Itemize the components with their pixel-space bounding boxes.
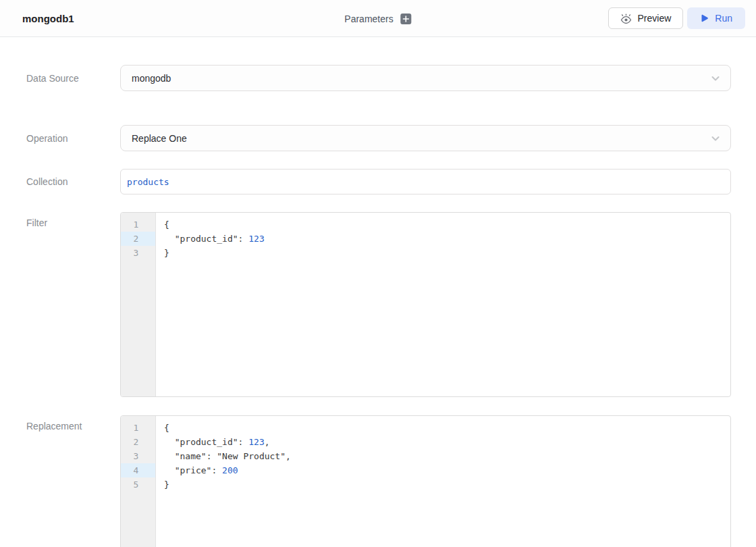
collection-label: Collection [26,176,120,187]
query-title: mongodb1 [22,13,74,24]
line-number-gutter: 12345 [121,416,156,547]
operation-row: Operation Replace One [26,125,731,151]
code-line[interactable]: "price": 200 [164,463,730,477]
line-number: 2 [121,435,155,449]
datasource-select[interactable]: mongodb [120,65,731,91]
line-number: 1 [121,217,155,232]
run-button[interactable]: Run [687,7,745,29]
line-number-gutter: 123 [121,213,156,396]
code-line[interactable]: "product_id": 123 [164,232,730,246]
replacement-row: Replacement 12345 { "product_id": 123, "… [26,415,731,547]
line-number: 5 [121,477,155,492]
datasource-row: Data Source mongodb [26,65,731,91]
datasource-label: Data Source [26,73,120,84]
code-line[interactable]: "name": "New Product", [164,449,730,463]
code-line[interactable]: "product_id": 123, [164,435,730,449]
operation-value: Replace One [132,133,187,144]
code-line[interactable]: } [164,477,730,492]
collection-value: products [127,177,724,187]
chevron-down-icon [710,133,721,144]
line-number: 2 [121,232,155,246]
datasource-value: mongodb [132,73,171,84]
parameters-section: Parameters [344,0,411,37]
code-area[interactable]: { "product_id": 123, "name": "New Produc… [156,416,730,547]
collection-row: Collection products [26,169,731,194]
operation-label: Operation [26,133,120,144]
preview-button[interactable]: Preview [608,7,684,29]
plus-icon [403,16,410,22]
line-number: 4 [121,463,155,477]
line-number: 3 [121,246,155,260]
operation-select[interactable]: Replace One [120,125,731,151]
code-line[interactable]: { [164,421,730,435]
parameters-label: Parameters [344,14,393,24]
code-line[interactable]: { [164,217,730,232]
run-button-label: Run [715,13,732,24]
topbar-actions: Preview Run [608,7,745,29]
filter-row: Filter 123 { "product_id": 123} [26,212,731,397]
eye-icon [620,14,632,24]
chevron-down-icon [710,73,721,84]
code-area[interactable]: { "product_id": 123} [156,213,730,396]
line-number: 1 [121,421,155,435]
replacement-code-editor[interactable]: 12345 { "product_id": 123, "name": "New … [120,415,731,547]
play-icon [700,14,709,23]
code-line[interactable]: } [164,246,730,260]
preview-button-label: Preview [638,13,672,24]
filter-code-editor[interactable]: 123 { "product_id": 123} [120,212,731,397]
top-bar: mongodb1 Parameters Preview Run [0,0,756,37]
add-parameter-button[interactable] [401,14,412,24]
line-number: 3 [121,449,155,463]
replacement-label: Replacement [26,415,120,432]
filter-label: Filter [26,212,120,228]
query-form: Data Source mongodb Operation Replace On… [0,65,756,547]
collection-input[interactable]: products [120,169,731,194]
